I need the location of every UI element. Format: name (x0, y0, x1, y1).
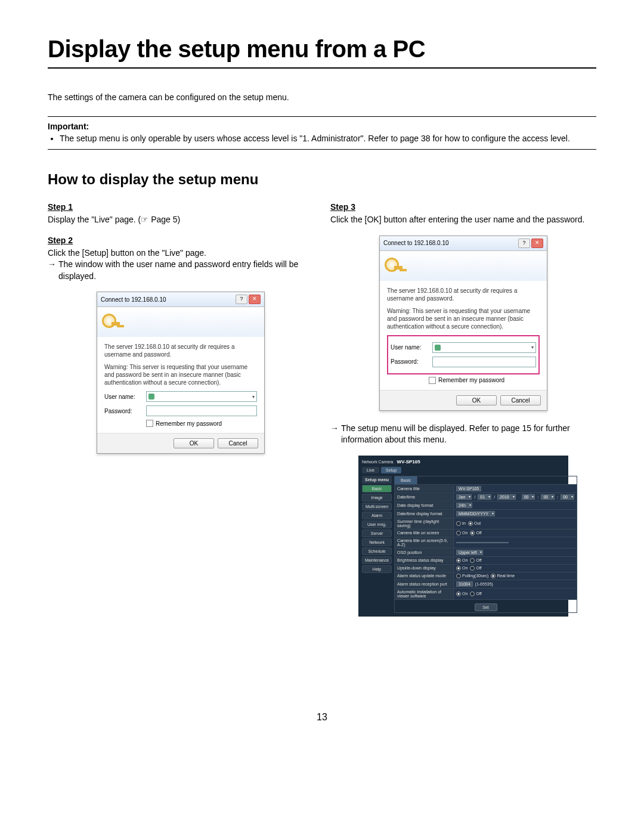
help-icon[interactable]: ? (518, 239, 530, 248)
dialog-message-1: The server 192.168.0.10 at security dir … (387, 287, 540, 302)
username-label: User name: (104, 394, 146, 400)
step3-text: Click the [OK] button after entering the… (330, 214, 596, 226)
row-label: Summer time (daylight saving) (395, 518, 454, 529)
osd-select[interactable]: Upper left (456, 550, 483, 555)
close-icon[interactable]: ✕ (249, 295, 261, 304)
remember-checkbox[interactable] (146, 420, 153, 427)
title-divider (48, 67, 596, 69)
hour-select[interactable]: 00 (522, 494, 535, 500)
upside-on-radio[interactable]: On (456, 566, 467, 571)
month-select[interactable]: Jan (456, 494, 472, 500)
remember-checkbox[interactable] (429, 377, 436, 384)
bright-on-radio[interactable]: On (456, 558, 467, 563)
alarm-real-radio[interactable]: Real time (491, 574, 515, 578)
row-label: Date/time (395, 494, 454, 500)
step1-text: Display the "Live" page. (☞ Page 5) (48, 214, 314, 226)
main-tab-basic[interactable]: Basic (395, 476, 417, 484)
step3-result: The setup menu will be displayed. Refer … (341, 423, 596, 446)
nav-help[interactable]: Help (362, 565, 392, 573)
nav-maintenance[interactable]: Maintenance (362, 556, 392, 564)
arrow-icon: → (48, 259, 56, 282)
step2-label: Step 2 (48, 236, 314, 245)
autoinst-off-radio[interactable]: Off (470, 592, 481, 596)
cts-on-radio[interactable]: On (456, 531, 467, 535)
row-label: Alarm status update mode (395, 572, 454, 579)
keys-icon (102, 311, 123, 333)
step1-label: Step 1 (48, 202, 314, 212)
arrow-icon: → (330, 423, 339, 446)
password-label: Password: (104, 408, 146, 414)
ok-button[interactable]: OK (174, 438, 214, 448)
nav-multiscreen[interactable]: Multi-screen (362, 503, 392, 510)
row-label: Automatic installation of viewer softwar… (395, 589, 454, 599)
dialog-title: Connect to 192.168.0.10 (101, 296, 166, 303)
help-icon[interactable]: ? (236, 295, 247, 304)
dialog-message-2: Warning: This server is requesting that … (104, 363, 257, 386)
left-column: Step 1 Display the "Live" page. (☞ Page … (48, 202, 314, 617)
username-input[interactable] (146, 391, 257, 402)
year-select[interactable]: 2010 (497, 494, 516, 500)
tab-setup[interactable]: Setup (381, 467, 401, 473)
side-heading: Setup menu (362, 476, 392, 484)
row-label: Brightness status display (395, 557, 454, 563)
nav-network[interactable]: Network (362, 538, 392, 546)
dialog-message-2: Warning: This server is requesting that … (387, 307, 540, 330)
bright-off-radio[interactable]: Off (470, 558, 481, 563)
alarm-port-input[interactable]: 31004 (456, 581, 472, 587)
keys-icon (385, 255, 406, 277)
brand-label: Network Camera (362, 460, 394, 464)
remember-label: Remember my password (156, 420, 222, 427)
close-icon[interactable]: ✕ (531, 239, 543, 248)
page-title: Display the setup menu from a PC (48, 36, 596, 63)
row-label: Camera title on screen (395, 529, 454, 536)
summer-in-radio[interactable]: In (456, 521, 466, 526)
sec-select[interactable]: 00 (561, 494, 574, 500)
page-number: 13 (48, 712, 596, 723)
dialog-title: Connect to 192.168.0.10 (383, 240, 449, 246)
auth-dialog: Connect to 192.168.0.10 ? ✕ The server 1… (97, 292, 265, 454)
step3-label: Step 3 (330, 202, 596, 212)
set-button[interactable]: Set (475, 603, 497, 611)
camera-title-input[interactable]: WV-SP105 (456, 486, 481, 491)
upside-off-radio[interactable]: Off (470, 566, 481, 571)
date-format-select[interactable]: 24h (456, 503, 472, 508)
right-column: Step 3 Click the [OK] button after enter… (330, 202, 596, 617)
step2-result: The window with the user name and passwo… (58, 259, 314, 282)
day-select[interactable]: 01 (478, 494, 491, 500)
tab-live[interactable]: Live (362, 467, 379, 473)
ok-button[interactable]: OK (456, 395, 497, 405)
nav-basic[interactable]: Basic (362, 485, 392, 493)
autoinst-on-radio[interactable]: On (456, 592, 467, 596)
row-label: Camera title (395, 485, 454, 492)
nav-usermng[interactable]: User mng. (362, 521, 392, 528)
cts-off-radio[interactable]: Off (470, 531, 481, 535)
password-input[interactable] (146, 405, 257, 416)
cancel-button[interactable]: Cancel (500, 395, 541, 405)
cancel-button[interactable]: Cancel (218, 438, 258, 448)
remember-label: Remember my password (438, 377, 504, 383)
alarm-poll-radio[interactable]: Polling(30sec) (456, 574, 488, 578)
important-label: Important: (48, 122, 596, 131)
user-glyph-icon (435, 345, 441, 351)
row-label: Camera title on screen(0-9, A-Z) (395, 537, 454, 548)
row-label: Upside-down display (395, 565, 454, 571)
password-label: Password: (391, 358, 432, 365)
user-glyph-icon (148, 394, 154, 400)
username-input[interactable] (432, 342, 536, 353)
nav-schedule[interactable]: Schedule (362, 547, 392, 555)
datetime-display-select[interactable]: MMM/DD/YYYY (456, 511, 495, 516)
step2-text: Click the [Setup] button on the "Live" p… (48, 247, 314, 259)
row-label: OSD position (395, 549, 454, 556)
setup-menu-screenshot: Network Camera WV-SP105 Live Setup Setup… (358, 456, 568, 617)
password-input[interactable] (432, 357, 536, 367)
dialog-message-1: The server 192.168.0.10 at security dir … (104, 343, 257, 358)
summer-out-radio[interactable]: Out (468, 521, 481, 526)
min-select[interactable]: 00 (541, 494, 555, 500)
row-label: Date/time display format (395, 510, 454, 517)
nav-image[interactable]: Image (362, 494, 392, 501)
nav-alarm[interactable]: Alarm (362, 512, 392, 519)
auth-dialog-highlighted: Connect to 192.168.0.10 ? ✕ The server 1… (379, 236, 547, 411)
section-heading: How to display the setup menu (48, 171, 596, 188)
cts2-input[interactable] (456, 542, 509, 543)
nav-server[interactable]: Server (362, 529, 392, 537)
